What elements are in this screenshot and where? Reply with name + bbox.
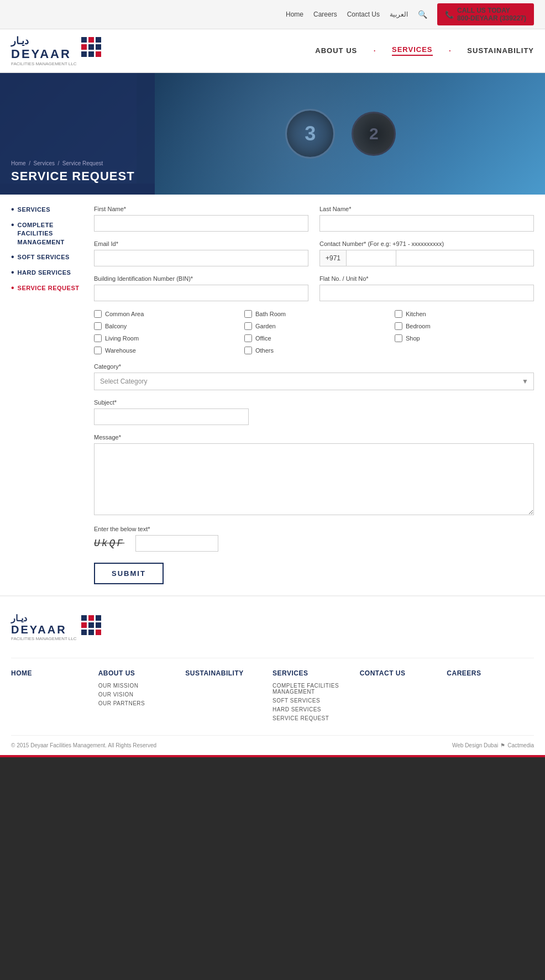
subject-section: Subject* xyxy=(94,399,534,425)
message-section: Message* xyxy=(94,434,534,517)
footer-our-vision[interactable]: OUR VISION xyxy=(98,691,175,698)
checkbox-common-area-label[interactable]: Common Area xyxy=(105,311,144,317)
checkbox-office-label[interactable]: Office xyxy=(255,335,271,342)
service-request-form: First Name* Last Name* Email Id* Contact… xyxy=(94,206,534,584)
flat-label: Flat No. / Unit No* xyxy=(319,275,534,282)
sidebar-item-services[interactable]: • SERVICES xyxy=(11,206,83,214)
first-name-input[interactable] xyxy=(94,215,308,232)
breadcrumb-services[interactable]: Services xyxy=(34,160,55,166)
footer-service-request[interactable]: SERVICE REQUEST xyxy=(272,715,349,721)
footer-home-title: HOME xyxy=(11,669,87,677)
submit-section: SUBMIT xyxy=(94,563,534,584)
contact-area-input[interactable] xyxy=(347,250,396,266)
nav-arabic[interactable]: العربية xyxy=(390,11,408,18)
footer-our-partners[interactable]: OUR PARTNERS xyxy=(98,700,175,706)
contact-label: Contact Number* (For e.g: +971 - xxxxxxx… xyxy=(319,240,534,247)
sidebar-item-cfm[interactable]: • COMPLETE FACILITIES MANAGEMENT xyxy=(11,221,83,247)
sidebar-item-request[interactable]: • SERVICE REQUEST xyxy=(11,284,83,293)
hero-background: 3 2 xyxy=(137,73,546,195)
checkbox-kitchen-label[interactable]: Kitchen xyxy=(406,311,426,317)
subject-label: Subject* xyxy=(94,399,534,406)
sidebar-bullet-5: • xyxy=(11,283,14,293)
checkbox-others-input[interactable] xyxy=(244,347,252,354)
footer-cfm[interactable]: COMPLETE FACILITIES MANAGEMENT xyxy=(272,683,349,695)
contact-number-input[interactable] xyxy=(396,250,534,266)
footer-logo-sub: FACILITIES MANAGEMENT LLC xyxy=(11,636,77,641)
footer-soft[interactable]: SOFT SERVICES xyxy=(272,698,349,704)
checkbox-garden: Garden xyxy=(244,322,384,330)
nav-careers[interactable]: Careers xyxy=(313,11,337,18)
sidebar-label-hard: HARD SERVICES xyxy=(18,269,71,277)
checkbox-bathroom-label[interactable]: Bath Room xyxy=(255,311,286,317)
search-icon[interactable]: 🔍 xyxy=(418,10,427,19)
first-name-col: First Name* xyxy=(94,206,308,232)
category-select[interactable]: Select Category Plumbing Electrical Civi… xyxy=(94,373,534,390)
checkbox-balcony-input[interactable] xyxy=(94,322,102,330)
phone-icon: 📞 xyxy=(445,11,454,19)
checkbox-livingroom-input[interactable] xyxy=(94,334,102,342)
bin-input[interactable] xyxy=(94,285,308,301)
email-label: Email Id* xyxy=(94,240,308,247)
checkbox-bathroom-input[interactable] xyxy=(244,310,252,318)
nav-home[interactable]: Home xyxy=(286,11,303,18)
message-textarea[interactable] xyxy=(94,443,534,515)
checkbox-balcony-label[interactable]: Balcony xyxy=(105,323,127,329)
bin-col: Building Identification Number (BIN)* xyxy=(94,275,308,301)
checkbox-others-label[interactable]: Others xyxy=(255,347,274,354)
footer-col-sustainability: SUSTAINABILITY xyxy=(185,669,272,724)
sidebar-bullet-1: • xyxy=(11,205,14,214)
email-input[interactable] xyxy=(94,250,308,266)
subject-input[interactable] xyxy=(94,408,249,425)
footer-dot-8 xyxy=(88,630,94,635)
checkbox-garden-input[interactable] xyxy=(244,322,252,330)
footer-design-link[interactable]: Web Design Dubai xyxy=(452,742,498,748)
sidebar: • SERVICES • COMPLETE FACILITIES MANAGEM… xyxy=(11,206,83,584)
footer-dot-5 xyxy=(88,622,94,628)
checkbox-bedroom-input[interactable] xyxy=(395,322,402,330)
category-select-wrapper: Select Category Plumbing Electrical Civi… xyxy=(94,373,534,390)
captcha-text: UkQF xyxy=(94,538,124,549)
sidebar-label-request: SERVICE REQUEST xyxy=(18,284,80,292)
logo-dot-9 xyxy=(96,51,101,57)
contact-col: Contact Number* (For e.g: +971 - xxxxxxx… xyxy=(319,240,534,266)
name-row: First Name* Last Name* xyxy=(94,206,534,232)
checkbox-office-input[interactable] xyxy=(244,334,252,342)
footer-dot-6 xyxy=(96,622,101,628)
logo-dot-6 xyxy=(96,44,101,50)
footer-our-mission[interactable]: OUR MISSION xyxy=(98,683,175,689)
nav-sustainability[interactable]: SUSTAINABILITY xyxy=(467,46,534,55)
checkbox-warehouse-label[interactable]: Warehouse xyxy=(105,347,136,354)
footer-design-company[interactable]: Cactmedia xyxy=(507,742,534,748)
email-col: Email Id* xyxy=(94,240,308,266)
bin-flat-row: Building Identification Number (BIN)* Fl… xyxy=(94,275,534,301)
hero-overlay: Home / Services / Service Request SERVIC… xyxy=(0,73,155,195)
submit-button[interactable]: SUBMIT xyxy=(94,563,164,584)
nav-contact[interactable]: Contact Us xyxy=(347,11,380,18)
sidebar-bullet-2: • xyxy=(11,220,14,230)
last-name-label: Last Name* xyxy=(319,206,534,212)
nav-services[interactable]: SERVICES xyxy=(392,45,433,56)
sidebar-item-hard[interactable]: • HARD SERVICES xyxy=(11,269,83,277)
checkbox-bedroom-label[interactable]: Bedroom xyxy=(406,323,431,329)
captcha-input[interactable] xyxy=(135,535,218,552)
call-button[interactable]: 📞 CALL US TODAY 800-DEYAAR (339227) xyxy=(437,3,534,25)
footer-logo-english: DEYAAR xyxy=(11,623,77,636)
nav-about[interactable]: ABOUT US xyxy=(315,46,357,55)
footer-copyright: © 2015 Deyaar Facilities Management. All… xyxy=(11,742,156,748)
checkbox-livingroom-label[interactable]: Living Room xyxy=(105,335,139,342)
sidebar-item-soft[interactable]: • SOFT SERVICES xyxy=(11,253,83,262)
breadcrumb-home[interactable]: Home xyxy=(11,160,26,166)
checkbox-shop-input[interactable] xyxy=(395,334,402,342)
checkbox-shop-label[interactable]: Shop xyxy=(406,335,420,342)
last-name-input[interactable] xyxy=(319,215,534,232)
footer-col-home: HOME xyxy=(11,669,98,724)
footer-hard[interactable]: HARD SERVICES xyxy=(272,706,349,712)
footer-bottom: © 2015 Deyaar Facilities Management. All… xyxy=(11,735,534,755)
footer-dot-1 xyxy=(81,615,87,621)
checkbox-common-area-input[interactable] xyxy=(94,310,102,318)
checkbox-garden-label[interactable]: Garden xyxy=(255,323,276,329)
checkbox-kitchen-input[interactable] xyxy=(395,310,402,318)
checkbox-warehouse-input[interactable] xyxy=(94,347,102,354)
footer-nav: HOME ABOUT US OUR MISSION OUR VISION OUR… xyxy=(11,658,534,724)
flat-input[interactable] xyxy=(319,285,534,301)
